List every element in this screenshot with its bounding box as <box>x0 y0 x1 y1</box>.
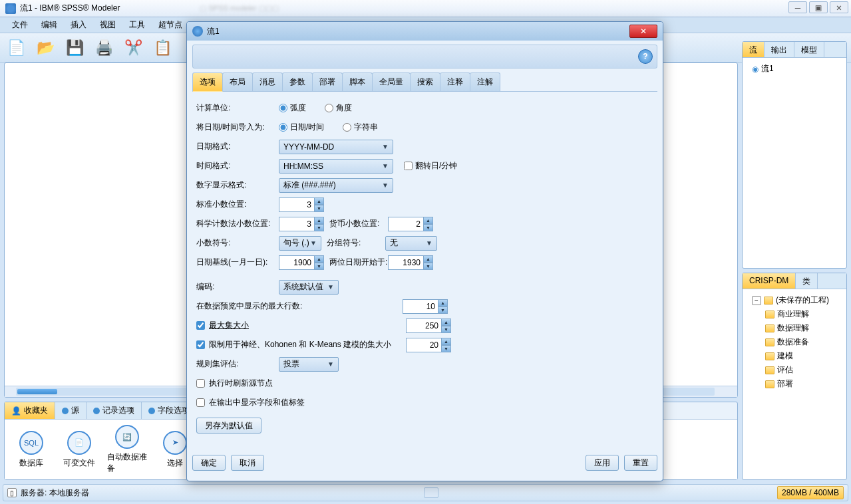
minimize-button[interactable]: — <box>788 1 807 13</box>
spin-maxrows[interactable]: ▲▼ <box>403 299 448 314</box>
select-number-format[interactable]: 标准 (###.###)▼ <box>279 178 393 193</box>
menu-insert[interactable]: 插入 <box>64 17 93 33</box>
dtab-globals[interactable]: 全局量 <box>372 72 411 91</box>
help-button[interactable]: ? <box>638 49 653 64</box>
open-icon[interactable]: 📂 <box>36 39 55 57</box>
check-maxset[interactable] <box>196 321 205 330</box>
row-sci-decimal: 科学计数法小数位置: ▲▼ 货币小数位置: ▲▼ <box>196 214 653 233</box>
select-encoding[interactable]: 系统默认值▼ <box>279 280 339 295</box>
row-std-decimal: 标准小数位置: ▲▼ <box>196 195 653 214</box>
crisp-dataprep[interactable]: 数据准备 <box>747 335 842 349</box>
spin-sci-decimal[interactable]: ▲▼ <box>279 217 324 231</box>
palette-tab-record[interactable]: 记录选项 <box>86 402 142 419</box>
reset-button[interactable]: 重置 <box>624 455 657 471</box>
dtab-script[interactable]: 脚本 <box>342 72 373 91</box>
check-labelsout[interactable] <box>196 398 205 407</box>
node-varfile[interactable]: 📄可变文件 <box>59 431 99 469</box>
spin-cur-decimal[interactable]: ▲▼ <box>388 217 433 231</box>
crisp-eval[interactable]: 评估 <box>747 363 842 377</box>
dtab-comments[interactable]: 注释 <box>440 72 470 91</box>
spin-maxset[interactable]: ▲▼ <box>406 318 451 333</box>
rtab-streams[interactable]: 流 <box>743 42 765 57</box>
dtab-layout[interactable]: 布局 <box>222 72 253 91</box>
dialog-footer: 确定 取消 应用 重置 <box>192 450 657 475</box>
crisp-model[interactable]: 建模 <box>747 349 842 363</box>
radio-string[interactable]: 字符串 <box>343 122 378 133</box>
dialog-body: 计算单位: 弧度 角度 将日期/时间导入为: 日期/时间 字符串 日期格式: Y… <box>192 92 657 447</box>
rtab-output[interactable]: 输出 <box>765 42 794 57</box>
spin-twodigit[interactable]: ▲▼ <box>388 255 433 270</box>
select-time-format[interactable]: HH:MM:SS▼ <box>279 159 393 174</box>
crisp-dataund[interactable]: 数据理解 <box>747 321 842 335</box>
dialog-toolbar: ? <box>192 45 657 68</box>
project-root[interactable]: −(未保存的工程) <box>747 293 842 307</box>
right-panel: 流 输出 模型 ◉流1 CRISP-DM 类 −(未保存的工程) 商业理解 数据… <box>742 41 847 480</box>
row-decimal-symbol: 小数符号: 句号 (.)▼ 分组符号: 无▼ <box>196 233 653 253</box>
server-status: 服务器: 本地服务器 <box>21 487 89 499</box>
row-calc-unit: 计算单位: 弧度 角度 <box>196 98 653 118</box>
row-encoding: 编码: 系统默认值▼ <box>196 277 653 297</box>
dtab-params[interactable]: 参数 <box>282 72 313 91</box>
server-icon: ▯ <box>7 488 17 497</box>
node-database[interactable]: SQL数据库 <box>11 431 51 469</box>
spin-std-decimal[interactable]: ▲▼ <box>279 197 324 212</box>
dialog-tabs: 选项 布局 消息 参数 部署 脚本 全局量 搜索 注释 注解 <box>192 72 657 92</box>
dtab-options[interactable]: 选项 <box>192 72 223 92</box>
save-icon[interactable]: 💾 <box>65 39 84 57</box>
rtab-crispdm[interactable]: CRISP-DM <box>743 273 796 289</box>
row-time-format: 时间格式: HH:MM:SS▼ 翻转日/分钟 <box>196 156 653 176</box>
window-controls: — ▣ ✕ <box>788 1 848 13</box>
select-rules[interactable]: 投票▼ <box>279 357 339 372</box>
menu-edit[interactable]: 编辑 <box>35 17 64 33</box>
statusbar: ▯ 服务器: 本地服务器 280MB / 400MB <box>3 484 848 501</box>
dialog-titlebar[interactable]: 流1 ✕ <box>187 22 663 41</box>
spin-baseline[interactable]: ▲▼ <box>279 255 324 270</box>
palette-tab-favorites[interactable]: 👤收藏夹 <box>5 402 55 419</box>
restore-button[interactable]: ▣ <box>809 1 828 13</box>
rtab-class[interactable]: 类 <box>796 273 818 289</box>
cancel-button[interactable]: 取消 <box>231 455 264 471</box>
copy-icon[interactable]: 📋 <box>153 39 172 57</box>
dtab-search[interactable]: 搜索 <box>410 72 440 91</box>
crisp-panel: CRISP-DM 类 −(未保存的工程) 商业理解 数据理解 数据准备 建模 评… <box>742 273 847 480</box>
crisp-business[interactable]: 商业理解 <box>747 307 842 321</box>
row-number-format: 数字显示格式: 标准 (###.###)▼ <box>196 176 653 195</box>
dtab-deploy[interactable]: 部署 <box>312 72 343 91</box>
node-autoprep[interactable]: 🔄自动数据准备 <box>107 425 147 474</box>
check-refresh[interactable] <box>196 379 205 388</box>
select-decimal-symbol[interactable]: 句号 (.)▼ <box>279 236 321 251</box>
row-rules: 规则集评估: 投票▼ <box>196 354 653 374</box>
crisp-deploy[interactable]: 部署 <box>747 377 842 391</box>
status-progress <box>424 487 438 498</box>
dialog-close-button[interactable]: ✕ <box>629 25 657 38</box>
cut-icon[interactable]: ✂️ <box>124 39 142 57</box>
select-group-symbol[interactable]: 无▼ <box>385 236 437 251</box>
radio-radians[interactable]: 弧度 <box>279 102 306 114</box>
menu-view[interactable]: 视图 <box>93 17 122 33</box>
check-kmeans[interactable] <box>196 340 205 349</box>
ok-button[interactable]: 确定 <box>192 455 226 471</box>
dtab-messages[interactable]: 消息 <box>252 72 283 91</box>
radio-degrees[interactable]: 角度 <box>325 102 352 114</box>
apply-button[interactable]: 应用 <box>586 455 619 471</box>
menu-supernode[interactable]: 超节点 <box>152 17 189 33</box>
menu-file[interactable]: 文件 <box>5 17 35 33</box>
radio-datetime[interactable]: 日期/时间 <box>279 122 324 133</box>
save-defaults-button[interactable]: 另存为默认值 <box>196 418 261 434</box>
spin-kmeans[interactable]: ▲▼ <box>406 338 451 352</box>
stream-item-1[interactable]: ◉流1 <box>747 62 842 76</box>
rtab-models[interactable]: 模型 <box>794 42 824 57</box>
dialog-title: 流1 <box>207 26 220 37</box>
new-icon[interactable]: 📄 <box>7 39 25 57</box>
row-maxrows: 在数据预览中显示的最大行数: ▲▼ <box>196 297 653 316</box>
palette-tab-sources[interactable]: 源 <box>55 402 86 419</box>
check-rollover[interactable]: 翻转日/分钟 <box>404 160 457 172</box>
menu-tools[interactable]: 工具 <box>122 17 152 33</box>
dtab-annot[interactable]: 注解 <box>470 72 500 91</box>
close-button[interactable]: ✕ <box>830 1 848 13</box>
select-date-format[interactable]: YYYY-MM-DD▼ <box>279 140 393 154</box>
row-labelsout: 在输出中显示字段和值标签 <box>196 393 653 412</box>
row-date-baseline: 日期基线(一月一日): ▲▼ 两位日期开始于: ▲▼ <box>196 253 653 272</box>
streams-panel: 流 输出 模型 ◉流1 <box>742 41 847 269</box>
print-icon[interactable]: 🖨️ <box>94 39 113 57</box>
